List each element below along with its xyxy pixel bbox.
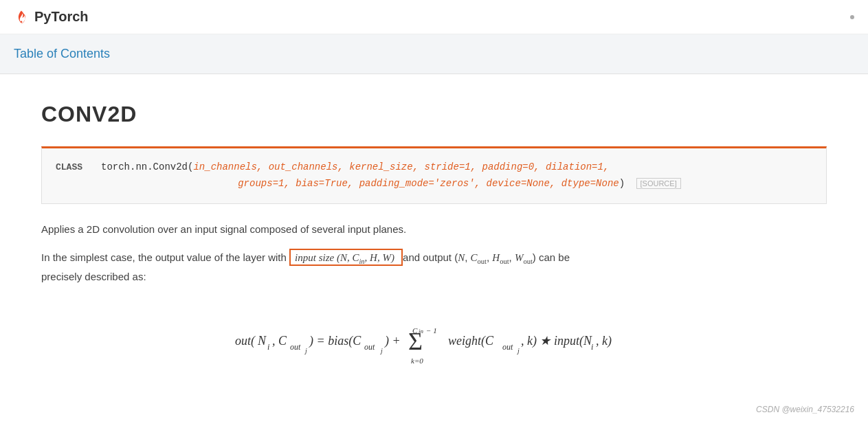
header: PyTorch [0,0,868,34]
svg-text:j: j [516,347,520,354]
svg-text:weight(C: weight(C [448,334,494,348]
class-keyword: CLASS [56,159,90,175]
input-size-math: input size (N, Cin, H, W) [295,252,394,263]
svg-text:out: out [290,342,301,352]
svg-text:Σ: Σ [408,328,423,355]
brand-name: PyTorch [34,9,89,25]
svg-text:, k) ★ input(N: , k) ★ input(N [521,334,592,348]
svg-text:i: i [591,342,593,352]
svg-text:out(: out( [235,334,256,348]
class-signature-row: CLASS torch.nn.Conv2d(in_channels, out_c… [56,159,812,192]
svg-text:, k): , k) [596,334,612,348]
desc2-and: and output (N, Cout, Hout, Wout) can be [403,251,570,263]
svg-text:out: out [502,342,513,352]
svg-text:i: i [267,342,269,352]
description-2: In the simplest case, the output value o… [41,249,827,285]
svg-text:j: j [304,347,307,354]
svg-text:j: j [379,347,383,354]
class-box: CLASS torch.nn.Conv2d(in_channels, out_c… [41,146,827,204]
class-params-1: in_channels, out_channels, kernel_size, … [193,161,609,172]
toc-title[interactable]: Table of Contents [14,47,110,60]
main-content: CONV2D CLASS torch.nn.Conv2d(in_channels… [0,74,868,411]
svg-text:, C: , C [272,334,287,348]
class-module-name: torch.nn.Conv2d(in_channels, out_channel… [101,161,609,172]
svg-point-0 [21,21,23,23]
watermark: CSDN @weixin_47532216 [756,405,854,411]
header-dot [850,15,854,19]
section-title: CONV2D [41,102,827,127]
svg-text:− 1: − 1 [426,326,437,335]
toc-bar: Table of Contents [0,34,868,74]
highlighted-math-box: input size (N, Cin, H, W) [289,249,403,266]
class-params-2: groups=1, bias=True, padding_mode='zeros… [101,178,625,189]
svg-text:k=0: k=0 [411,357,423,365]
svg-text:) +: ) + [384,334,401,348]
class-signature: torch.nn.Conv2d(in_channels, out_channel… [101,159,812,192]
desc2-end: precisely described as: [41,271,146,282]
formula-svg: out( N i , C out j ) = bias(C out j ) + … [194,307,675,369]
desc2-pre: In the simplest case, the output value o… [41,251,287,263]
pytorch-logo[interactable]: PyTorch [14,9,89,25]
pytorch-flame-icon [14,10,29,25]
svg-text:out: out [364,342,375,352]
svg-text:N: N [257,334,267,348]
svg-text:) = bias(C: ) = bias(C [309,334,361,348]
description-1: Applies a 2D convolution over an input s… [41,221,827,238]
formula-container: out( N i , C out j ) = bias(C out j ) + … [41,307,827,372]
source-link[interactable]: [SOURCE] [636,178,681,189]
